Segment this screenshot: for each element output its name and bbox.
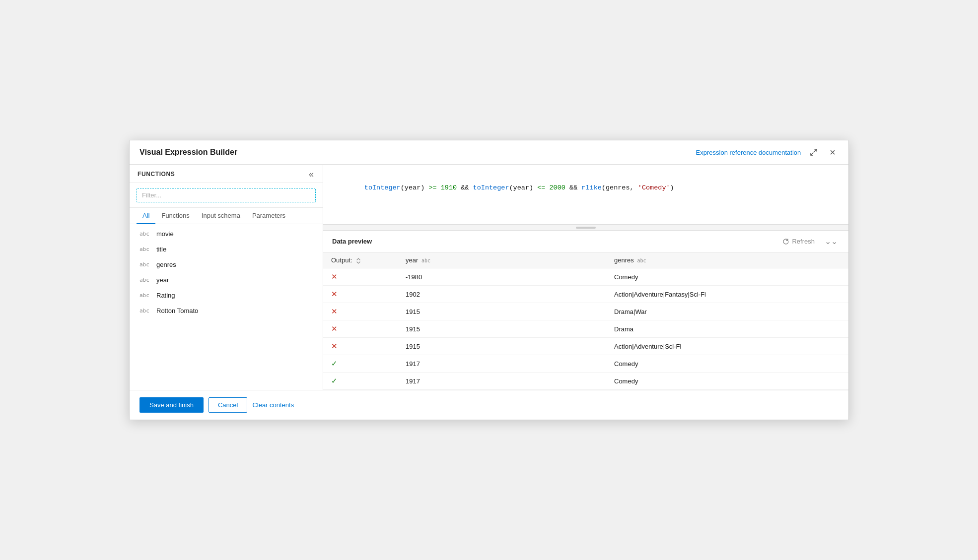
divider-handle <box>576 227 596 229</box>
cell-output: ✕ <box>323 303 398 320</box>
cell-year: -1980 <box>398 268 606 286</box>
list-item[interactable]: abc Rating <box>130 288 323 303</box>
year-type: abc <box>421 258 430 263</box>
clear-contents-button[interactable]: Clear contents <box>252 399 294 411</box>
table-row: ✕1915Action|Adventure|Sci-Fi <box>323 338 848 355</box>
cell-genres: Comedy <box>606 355 848 373</box>
preview-header: Data preview Refresh ⌄⌄ <box>323 231 848 252</box>
table-header-row: Output: year abc genres abc <box>323 252 848 268</box>
tab-input-schema[interactable]: Input schema <box>196 208 246 224</box>
divider[interactable] <box>323 225 848 231</box>
expression-editor[interactable]: toInteger(year) >= 1910 && toInteger(yea… <box>323 165 848 224</box>
tabs-row: All Functions Input schema Parameters <box>130 208 323 224</box>
item-label: movie <box>156 230 174 238</box>
check-icon: ✓ <box>331 376 338 385</box>
panel-header: FUNCTIONS « <box>130 165 323 183</box>
expand-button[interactable] <box>807 147 821 157</box>
list-item[interactable]: abc movie <box>130 226 323 242</box>
th-year: year abc <box>398 252 606 268</box>
item-label: year <box>156 276 169 284</box>
list-item[interactable]: abc Rotton Tomato <box>130 303 323 318</box>
preview-table: Output: year abc genres abc ✕-1980Comed <box>323 252 848 390</box>
close-icon: × <box>830 147 836 157</box>
cell-year: 1915 <box>398 338 606 355</box>
cell-year: 1917 <box>398 373 606 390</box>
cancel-button[interactable]: Cancel <box>209 397 247 413</box>
table-row: ✕1915Drama <box>323 320 848 338</box>
type-badge: abc <box>140 231 151 237</box>
table-row: ✓1917Comedy <box>323 373 848 390</box>
save-finish-button[interactable]: Save and finish <box>140 397 204 413</box>
refresh-button[interactable]: Refresh <box>778 236 819 247</box>
preview-title: Data preview <box>332 238 372 245</box>
cell-genres: Drama|War <box>606 303 848 320</box>
collapse-button[interactable]: « <box>308 170 315 179</box>
cell-genres: Comedy <box>606 268 848 286</box>
type-badge: abc <box>140 261 151 268</box>
genres-type: abc <box>637 258 646 263</box>
filter-wrap <box>130 183 323 208</box>
collapse-icon: « <box>309 169 314 179</box>
expr-token: toInteger <box>473 184 509 191</box>
expr-token: ) <box>670 184 674 191</box>
cross-icon: ✕ <box>331 290 338 298</box>
cross-icon: ✕ <box>331 272 338 281</box>
expr-token: (year) <box>401 184 429 191</box>
sort-icon <box>355 258 361 264</box>
type-badge: abc <box>140 277 151 283</box>
tab-all[interactable]: All <box>137 208 155 224</box>
item-label: title <box>156 246 166 253</box>
cross-icon: ✕ <box>331 342 338 350</box>
modal-footer: Save and finish Cancel Clear contents <box>130 390 848 420</box>
schema-list: abc movie abc title abc genres abc year … <box>130 224 323 390</box>
cell-output: ✓ <box>323 355 398 373</box>
item-label: genres <box>156 261 176 268</box>
cross-icon: ✕ <box>331 307 338 315</box>
cross-icon: ✕ <box>331 324 338 333</box>
data-preview: Data preview Refresh ⌄⌄ <box>323 224 848 390</box>
preview-actions: Refresh ⌄⌄ <box>778 236 839 247</box>
cell-year: 1902 <box>398 286 606 303</box>
type-badge: abc <box>140 246 151 252</box>
expr-token: >= 1910 <box>428 184 457 191</box>
header-actions: Expression reference documentation × <box>696 146 838 158</box>
table-row: ✕1915Drama|War <box>323 303 848 320</box>
tab-parameters[interactable]: Parameters <box>246 208 291 224</box>
check-icon: ✓ <box>331 359 338 368</box>
list-item[interactable]: abc title <box>130 242 323 257</box>
expr-token: rlike <box>581 184 602 191</box>
cell-genres: Action|Adventure|Sci-Fi <box>606 338 848 355</box>
preview-expand-button[interactable]: ⌄⌄ <box>823 236 839 247</box>
list-item[interactable]: abc genres <box>130 257 323 272</box>
panel-title: FUNCTIONS <box>138 171 175 178</box>
modal-header: Visual Expression Builder Expression ref… <box>130 140 848 165</box>
tab-functions[interactable]: Functions <box>155 208 195 224</box>
modal-container: Visual Expression Builder Expression ref… <box>129 140 849 420</box>
left-panel: FUNCTIONS « All Functions Input schema P… <box>130 165 323 390</box>
close-button[interactable]: × <box>827 146 838 158</box>
expr-token: 'Comedy' <box>638 184 670 191</box>
table-row: ✕1902Action|Adventure|Fantasy|Sci-Fi <box>323 286 848 303</box>
preview-table-wrap: Output: year abc genres abc ✕-1980Comed <box>323 252 848 390</box>
item-label: Rotton Tomato <box>156 307 198 314</box>
type-badge: abc <box>140 308 151 314</box>
filter-input[interactable] <box>137 188 316 202</box>
doc-link[interactable]: Expression reference documentation <box>696 149 801 156</box>
refresh-icon <box>782 238 789 245</box>
expand-icon <box>810 148 818 156</box>
refresh-label: Refresh <box>792 238 815 245</box>
expr-token: && <box>565 184 581 191</box>
list-item[interactable]: abc year <box>130 272 323 288</box>
cell-output: ✕ <box>323 338 398 355</box>
main-area: FUNCTIONS « All Functions Input schema P… <box>130 165 848 390</box>
expr-token: (genres, <box>602 184 638 191</box>
expr-token: (year) <box>509 184 538 191</box>
cell-year: 1915 <box>398 303 606 320</box>
type-badge: abc <box>140 292 151 299</box>
th-output: Output: <box>323 252 398 268</box>
cell-year: 1915 <box>398 320 606 338</box>
cell-year: 1917 <box>398 355 606 373</box>
modal-title: Visual Expression Builder <box>140 148 237 157</box>
cell-genres: Comedy <box>606 373 848 390</box>
cell-output: ✕ <box>323 286 398 303</box>
